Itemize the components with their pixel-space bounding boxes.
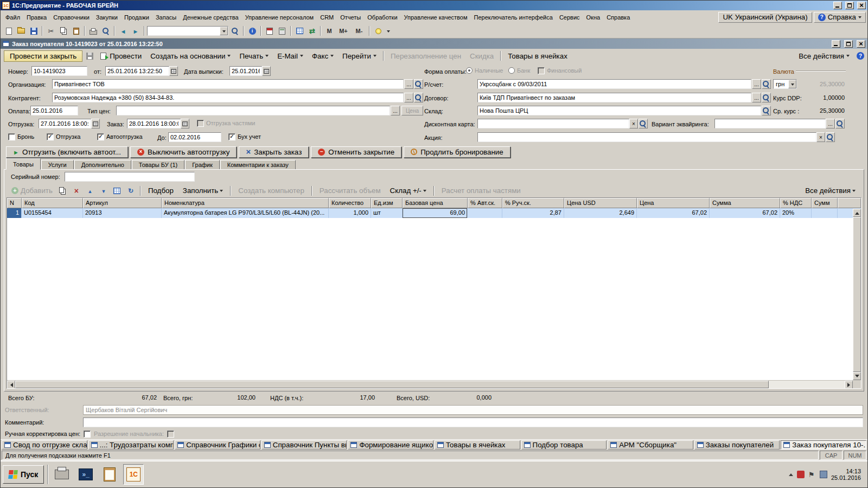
disable-autoship-button[interactable]: Выключить автоотгрузку — [130, 146, 237, 158]
menu-item-3[interactable]: Закупки — [93, 12, 121, 23]
column-header[interactable]: % Авт.ск. — [468, 198, 502, 208]
column-header[interactable]: Базовая цена — [403, 198, 468, 208]
create-pc-button[interactable]: Создать компьютер — [234, 185, 308, 197]
partial-shipment-checkbox[interactable]: Отгрузка частями — [197, 119, 255, 127]
table-cell[interactable]: 67,02 — [710, 208, 780, 218]
memory-button[interactable]: M — [323, 25, 335, 37]
manual-price-checkbox[interactable] — [84, 431, 91, 438]
column-header[interactable]: Артикул — [83, 198, 162, 208]
fax-button[interactable]: Факс — [308, 50, 337, 62]
grid-settings-button[interactable] — [111, 185, 123, 197]
doc-close-icon[interactable] — [857, 40, 865, 48]
copy-row-button[interactable] — [57, 185, 69, 197]
promo-clear-button[interactable]: × — [816, 132, 825, 142]
currency-dropdown-button[interactable] — [788, 80, 796, 88]
mdi-window-7[interactable]: АРМ "Сборщика" — [608, 440, 693, 450]
table-cell[interactable]: U0155454 — [22, 208, 83, 218]
mdi-window-8[interactable]: Заказы покупателей — [694, 440, 780, 450]
column-header[interactable]: Код — [22, 198, 83, 208]
menu-item-0[interactable]: Файл — [2, 12, 23, 23]
table-cell[interactable]: 20913 — [83, 208, 162, 218]
copy-button[interactable] — [58, 25, 69, 37]
promo-input[interactable] — [477, 132, 816, 142]
menu-item-14[interactable]: Окна — [583, 12, 604, 23]
table-cell[interactable] — [468, 208, 502, 218]
post-button[interactable]: Провести — [97, 50, 145, 62]
doc-help-icon[interactable]: ? — [857, 52, 864, 60]
scroll-down-icon[interactable] — [853, 372, 861, 380]
mdi-window-0[interactable]: Свод по отгрузке склада — [2, 440, 87, 450]
table-cell[interactable]: шт — [371, 208, 403, 218]
paste-button[interactable] — [70, 25, 82, 37]
tray-display-icon[interactable] — [820, 471, 827, 478]
contract-input[interactable] — [477, 93, 751, 102]
autoshipment-checkbox[interactable]: Автоотгрузка — [97, 133, 143, 140]
move-down-button[interactable] — [98, 185, 110, 197]
pick-button[interactable]: Подбор — [144, 185, 177, 197]
menu-item-8[interactable]: CRM — [317, 12, 337, 23]
menu-item-10[interactable]: Обработки — [364, 12, 400, 23]
discount-card-input[interactable] — [477, 119, 629, 129]
table-cell[interactable]: 2,87 — [502, 208, 564, 218]
calendar-button[interactable] — [264, 25, 276, 37]
memory-minus-button[interactable]: M- — [352, 25, 367, 37]
contractor-input[interactable] — [52, 93, 404, 102]
refill-prices-button[interactable]: Перезаполнение цен — [387, 50, 465, 62]
create-based-button[interactable]: Создать на основании — [146, 50, 234, 62]
column-header[interactable]: N — [7, 198, 22, 208]
mdi-window-5[interactable]: Товары в ячейках — [435, 440, 520, 450]
nav-back-button[interactable] — [117, 25, 129, 37]
organization-input[interactable] — [52, 79, 404, 89]
menu-item-4[interactable]: Продажи — [121, 12, 152, 23]
discount-button[interactable]: Скидка — [466, 50, 497, 62]
doc-restore-icon[interactable] — [844, 40, 853, 48]
toolbar-overflow-button[interactable] — [385, 25, 392, 37]
tip-button[interactable] — [372, 25, 384, 37]
scroll-up-icon[interactable] — [853, 209, 861, 217]
mdi-window-9-active[interactable]: Заказ покупателя 10-...:50 — [781, 440, 866, 450]
tray-flag-icon[interactable] — [808, 471, 816, 478]
table-row[interactable]: 1 U0155454 20913 Акумуляторна батарея LG… — [7, 208, 861, 218]
financial-checkbox[interactable]: Финансовый — [538, 67, 582, 74]
tab-schedule[interactable]: График — [185, 160, 220, 170]
close-order-button[interactable]: Закрыть заказ — [239, 146, 309, 158]
doc-all-actions-button[interactable]: Все действия — [795, 50, 853, 62]
tab-additional[interactable]: Дополнительно — [74, 160, 131, 170]
column-header[interactable]: Сумм — [812, 198, 838, 208]
post-and-close-button[interactable]: Провести и закрыть — [4, 50, 82, 62]
delete-row-button[interactable] — [71, 185, 82, 197]
responsible-input[interactable] — [83, 405, 863, 415]
compare-button[interactable] — [306, 25, 318, 37]
discount-card-open-button[interactable] — [639, 119, 648, 129]
add-row-button[interactable]: Добавить — [9, 185, 55, 197]
minimize-icon[interactable] — [833, 2, 842, 9]
account-input[interactable] — [477, 79, 751, 89]
menu-item-12[interactable]: Переключатель интерфейса — [470, 12, 556, 23]
price-type-input[interactable] — [116, 106, 390, 115]
cancel-close-button[interactable]: Отменить закрытие — [311, 146, 401, 158]
quicklaunch-clipboard[interactable] — [99, 464, 120, 485]
tray-icon-1[interactable] — [797, 471, 805, 478]
fill-button[interactable]: Заполнить — [179, 185, 227, 197]
order-date-input[interactable] — [127, 119, 181, 129]
reserve-checkbox[interactable]: Бронь — [8, 133, 34, 140]
quicklaunch-1c[interactable] — [123, 464, 144, 485]
contract-select-button[interactable]: ... — [752, 93, 761, 102]
organization-select-button[interactable]: ... — [404, 79, 413, 89]
cash-radio[interactable]: Наличные — [466, 67, 503, 74]
warehouse-plusminus-button[interactable]: Склад +/- — [386, 185, 430, 197]
acquiring-open-button[interactable] — [835, 119, 845, 129]
column-header[interactable]: Ед.изм — [371, 198, 403, 208]
table-cell[interactable] — [812, 208, 838, 218]
mdi-window-1[interactable]: ...: Трудозатраты компл... — [88, 440, 174, 450]
quicklaunch-terminal[interactable] — [75, 464, 96, 485]
tab-goods-bu[interactable]: Товары БУ (1) — [132, 160, 184, 170]
row-number-cell[interactable]: 1 — [7, 208, 22, 218]
column-header[interactable]: Цена — [637, 198, 710, 208]
quicklaunch-printer[interactable] — [52, 464, 72, 485]
scrollbar-thumb[interactable] — [15, 381, 769, 388]
from-calendar-button[interactable] — [169, 66, 178, 76]
column-header[interactable]: Сумма — [710, 198, 780, 208]
price-button[interactable]: Цена — [401, 106, 423, 115]
save-button[interactable] — [28, 25, 40, 37]
